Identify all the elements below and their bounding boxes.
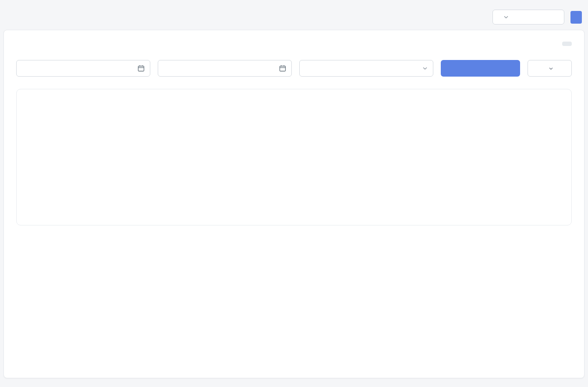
top-header [4, 4, 584, 30]
status-page-select[interactable] [492, 10, 564, 25]
export-button[interactable] [528, 60, 572, 77]
granularity-field [299, 56, 433, 77]
chevron-down-icon [549, 66, 553, 71]
start-date-field [16, 56, 150, 77]
calendar-icon[interactable] [279, 65, 286, 72]
main-card [4, 30, 584, 378]
end-date-input[interactable] [158, 60, 292, 77]
granularity-select[interactable] [299, 60, 433, 77]
end-date-field [158, 56, 292, 77]
header-right [486, 6, 582, 25]
start-date-input[interactable] [16, 60, 150, 77]
uptime-chart [29, 106, 562, 217]
calendar-icon[interactable] [138, 65, 145, 72]
toolbar-row [16, 42, 572, 46]
chevron-down-icon [422, 66, 428, 71]
form-row [16, 56, 572, 77]
uptime-chart-card [16, 89, 572, 225]
refresh-button[interactable] [441, 60, 520, 77]
chevron-down-icon [503, 14, 509, 20]
go-button[interactable] [570, 11, 582, 24]
retention-badge [562, 42, 572, 46]
